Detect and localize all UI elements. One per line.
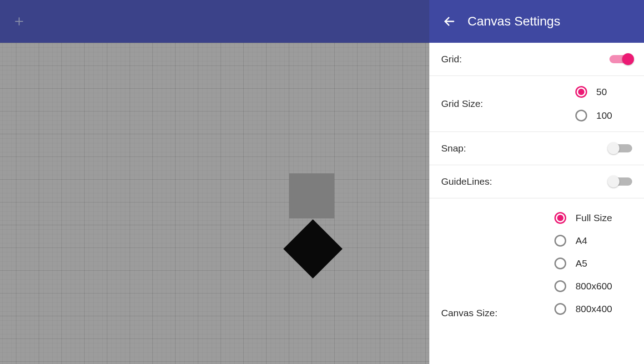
canvas[interactable] xyxy=(0,43,429,364)
radio-canvas-800x400[interactable]: 800x400 xyxy=(554,303,612,315)
shape-square[interactable] xyxy=(289,173,334,218)
radio-canvas-a4[interactable]: A4 xyxy=(554,235,612,247)
toggle-grid[interactable] xyxy=(609,55,632,63)
radio-icon xyxy=(554,280,566,292)
radio-label: 800x400 xyxy=(575,303,612,314)
panel-header: Canvas Settings xyxy=(429,0,644,43)
radio-icon xyxy=(575,110,587,121)
radio-label: 50 xyxy=(596,86,607,97)
setting-label-grid: Grid: xyxy=(441,54,462,65)
panel-title: Canvas Settings xyxy=(468,14,560,29)
shape-diamond[interactable] xyxy=(283,219,342,278)
setting-label-grid-size: Grid Size: xyxy=(441,98,483,109)
radio-icon xyxy=(575,86,587,98)
radio-canvas-800x600[interactable]: 800x600 xyxy=(554,280,612,292)
radio-label: Full Size xyxy=(575,212,612,223)
setting-label-snap: Snap: xyxy=(441,143,466,154)
toggle-guidelines[interactable] xyxy=(609,177,632,186)
radio-grid-size-50[interactable]: 50 xyxy=(575,86,612,98)
setting-label-canvas-size: Canvas Size: xyxy=(441,308,498,318)
toggle-snap[interactable] xyxy=(609,144,632,152)
radio-label: A5 xyxy=(575,258,587,269)
setting-snap: Snap: xyxy=(429,132,644,165)
radio-label: 800x600 xyxy=(575,281,612,292)
grid-overlay xyxy=(0,43,429,364)
radio-canvas-a5[interactable]: A5 xyxy=(554,258,612,269)
radio-canvas-full[interactable]: Full Size xyxy=(554,212,612,224)
setting-grid: Grid: xyxy=(429,43,644,76)
radio-label: 100 xyxy=(596,110,612,121)
radio-grid-size-100[interactable]: 100 xyxy=(575,110,612,121)
radio-icon xyxy=(554,258,566,269)
radio-icon xyxy=(554,212,566,224)
radio-icon xyxy=(554,235,566,247)
setting-canvas-size: Canvas Size: Full Size A4 A5 800x600 xyxy=(429,198,644,329)
back-icon[interactable] xyxy=(443,15,456,28)
setting-label-guidelines: GuideLines: xyxy=(441,176,492,187)
radio-icon xyxy=(554,303,566,315)
setting-guidelines: GuideLines: xyxy=(429,165,644,198)
settings-panel: Canvas Settings Grid: Grid Size: 50 100 … xyxy=(429,0,644,364)
add-icon[interactable] xyxy=(13,15,25,28)
setting-grid-size: Grid Size: 50 100 xyxy=(429,76,644,132)
radio-label: A4 xyxy=(575,235,587,246)
